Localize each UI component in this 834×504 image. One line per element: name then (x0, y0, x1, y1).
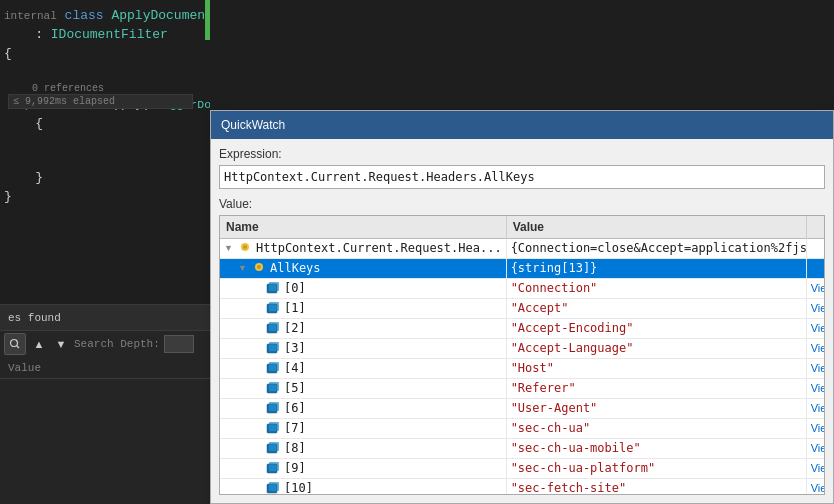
watch-table-container: Name Value ▼HttpContext.Current.Request.… (219, 215, 825, 495)
row-value: "Accept" (511, 301, 569, 315)
value-header-text: Value (8, 362, 41, 374)
elapsed-indicator: ≤ 9,992ms elapsed (8, 94, 193, 109)
expand-arrow[interactable]: ▼ (238, 263, 250, 273)
svg-rect-10 (269, 302, 279, 311)
cube-icon (266, 440, 280, 457)
search-depth-label: Search Depth: (74, 338, 160, 350)
row-value: "User-Agent" (511, 401, 598, 415)
svg-rect-25 (269, 402, 279, 411)
table-row[interactable]: [0]"Connection"View🔍 (220, 278, 825, 298)
svg-rect-22 (269, 382, 279, 391)
svg-point-5 (257, 265, 261, 269)
row-name: [0] (284, 281, 306, 295)
row-value: "sec-ch-ua-platform" (511, 461, 656, 475)
table-header-row: Name Value (220, 216, 825, 238)
row-name: [5] (284, 381, 306, 395)
svg-rect-34 (269, 462, 279, 471)
row-name: [4] (284, 361, 306, 375)
row-name: AllKeys (270, 261, 321, 275)
table-row[interactable]: [10]"sec-fetch-site"View🔍 (220, 478, 825, 495)
expression-input[interactable] (219, 165, 825, 189)
watch-table-body: ▼HttpContext.Current.Request.Hea...{Conn… (220, 238, 825, 495)
col-actions-header (806, 216, 825, 238)
row-name: [8] (284, 441, 306, 455)
row-value: "Referer" (511, 381, 576, 395)
svg-rect-28 (269, 422, 279, 431)
cube-icon (266, 420, 280, 437)
row-value: "Accept-Language" (511, 341, 634, 355)
row-value: "sec-ch-ua" (511, 421, 590, 435)
row-name: [2] (284, 321, 306, 335)
svg-rect-31 (269, 442, 279, 451)
svg-point-0 (11, 340, 18, 347)
panel-tab-label[interactable]: es found (8, 312, 61, 324)
row-name: [1] (284, 301, 306, 315)
row-name: [10] (284, 481, 313, 495)
table-row[interactable]: [6]"User-Agent"View🔍 (220, 398, 825, 418)
view-link[interactable]: View (811, 482, 825, 494)
down-arrow-button[interactable]: ▼ (52, 335, 70, 353)
row-name: HttpContext.Current.Request.Hea... (256, 241, 502, 255)
table-row[interactable]: [4]"Host"View🔍 (220, 358, 825, 378)
svg-point-3 (243, 245, 247, 249)
svg-rect-16 (269, 342, 279, 351)
view-link[interactable]: View (811, 282, 825, 294)
search-depth-input[interactable] (164, 335, 194, 353)
row-value: "Accept-Encoding" (511, 321, 634, 335)
table-row[interactable]: [3]"Accept-Language"View🔍 (220, 338, 825, 358)
table-row[interactable]: [1]"Accept"View🔍 (220, 298, 825, 318)
view-link[interactable]: View (811, 442, 825, 454)
col-name-header: Name (220, 216, 506, 238)
view-link[interactable]: View (811, 422, 825, 434)
view-link[interactable]: View (811, 402, 825, 414)
view-link[interactable]: View (811, 342, 825, 354)
cube-icon (266, 320, 280, 337)
change-indicator (205, 0, 210, 40)
row-value: {Connection=close&Accept=application%2fj… (511, 241, 807, 255)
up-arrow-button[interactable]: ▲ (30, 335, 48, 353)
row-value: "sec-ch-ua-mobile" (511, 441, 641, 455)
dialog-title: QuickWatch (221, 118, 285, 132)
view-link[interactable]: View (811, 462, 825, 474)
keyword-internal: internal (4, 10, 57, 22)
row-name: [6] (284, 401, 306, 415)
cube-icon (266, 360, 280, 377)
search-button[interactable] (4, 333, 26, 355)
dialog-body: Expression: Value: Name Value ▼HttpConte… (211, 139, 833, 503)
row-value: {string[13]} (511, 261, 598, 275)
view-link[interactable]: View (811, 362, 825, 374)
cube-icon (266, 340, 280, 357)
search-row: ▲ ▼ Search Depth: (0, 331, 210, 357)
cube-icon (266, 300, 280, 317)
table-row[interactable]: ▼AllKeys{string[13]} (220, 258, 825, 278)
cube-icon (266, 380, 280, 397)
svg-rect-37 (269, 482, 279, 491)
row-name: [3] (284, 341, 306, 355)
bottom-panel-header: es found (0, 305, 210, 331)
svg-rect-13 (269, 322, 279, 331)
table-row[interactable]: ▼HttpContext.Current.Request.Hea...{Conn… (220, 238, 825, 258)
view-link[interactable]: View (811, 302, 825, 314)
cube-icon (266, 460, 280, 477)
row-value: "Connection" (511, 281, 598, 295)
value-label: Value: (219, 197, 825, 211)
quickwatch-dialog: QuickWatch Expression: Value: Name Value… (210, 110, 834, 504)
expression-label: Expression: (219, 147, 825, 161)
cube-icon (266, 280, 280, 297)
col-value-header: Value (506, 216, 806, 238)
svg-rect-19 (269, 362, 279, 371)
cube-icon (266, 400, 280, 417)
table-row[interactable]: [5]"Referer"View🔍 (220, 378, 825, 398)
search-icon (9, 338, 21, 350)
table-row[interactable]: [2]"Accept-Encoding"View🔍 (220, 318, 825, 338)
expand-arrow[interactable]: ▼ (224, 243, 236, 253)
bottom-panel: es found ▲ ▼ Search Depth: Value (0, 304, 210, 504)
table-row[interactable]: [8]"sec-ch-ua-mobile"View🔍 (220, 438, 825, 458)
table-row[interactable]: [9]"sec-ch-ua-platform"View🔍 (220, 458, 825, 478)
watch-table: Name Value ▼HttpContext.Current.Request.… (220, 216, 825, 495)
view-link[interactable]: View (811, 382, 825, 394)
property-icon (252, 260, 266, 277)
row-name: [7] (284, 421, 306, 435)
view-link[interactable]: View (811, 322, 825, 334)
table-row[interactable]: [7]"sec-ch-ua"View🔍 (220, 418, 825, 438)
